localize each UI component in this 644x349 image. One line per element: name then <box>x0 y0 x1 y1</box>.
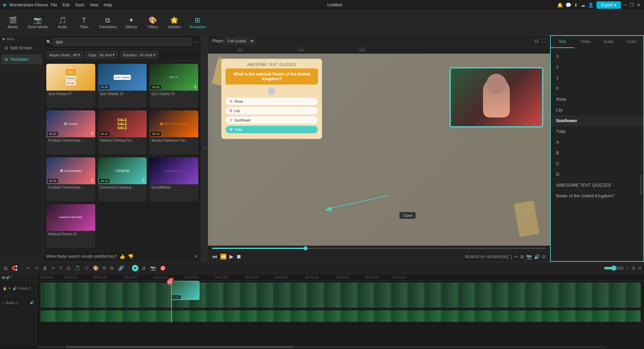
timeline-crop-icon[interactable]: ⊟ <box>65 264 71 272</box>
template-card-football-2[interactable]: ⚽ Commentary 00:20 ⬇ Football Commentary… <box>46 157 95 201</box>
quality-select[interactable]: Full Quality <box>223 37 255 45</box>
text-item-3[interactable]: 3 <box>551 51 643 62</box>
timeline-text-icon[interactable]: T <box>58 264 63 272</box>
fullscreen-icon[interactable]: ⛶ <box>541 38 546 44</box>
download-icon-football-2[interactable]: ⬇ <box>91 178 94 183</box>
grid-view-icon[interactable]: ⊟ <box>638 266 641 270</box>
download-icon-quiz-02[interactable]: ⬇ <box>194 85 197 89</box>
zoom-out-icon[interactable]: － <box>598 265 602 271</box>
timeline-copy-icon[interactable]: ⊕ <box>109 264 115 272</box>
timeline-redo-icon[interactable]: ↪ <box>34 264 40 272</box>
menu-file[interactable]: File <box>51 3 57 7</box>
text-item-d[interactable]: D <box>551 169 643 180</box>
skip-back-button[interactable]: ⏮ <box>212 254 217 260</box>
add-video-track-icon[interactable]: 📹 <box>1 276 5 279</box>
text-item-2[interactable]: 2 <box>551 62 643 72</box>
menu-help[interactable]: Help <box>104 3 112 7</box>
tool-templates[interactable]: ⊞ Templates <box>186 14 209 31</box>
settings-icon[interactable]: ⚙ <box>542 254 546 259</box>
tab-video[interactable]: Video <box>574 36 597 48</box>
tab-audio[interactable]: Audio <box>597 36 620 48</box>
clips-filter[interactable]: Clips : No limit ▾ <box>85 51 118 59</box>
like-button[interactable]: 👍 <box>119 254 125 259</box>
tool-stickers[interactable]: 🌟 Stickers <box>164 14 184 31</box>
timeline-transition-icon[interactable]: ⧉ <box>102 264 107 272</box>
highlighted-clip[interactable]: 5.00s <box>171 281 200 300</box>
record-button[interactable]: ● <box>132 265 139 271</box>
tool-filters[interactable]: 🎨 Filters <box>143 14 163 31</box>
template-card-clothing[interactable]: SALESALESALE 00:21 Fashion Clothing Pro.… <box>98 110 147 154</box>
snapshot-icon[interactable]: 📷 <box>526 254 532 259</box>
timeline-delete-icon[interactable]: 🗑 <box>42 264 48 272</box>
text-item-awesome[interactable]: AWESOME TEXT QUIZZES <box>551 180 643 191</box>
progress-thumb[interactable] <box>304 246 308 250</box>
tool-media[interactable]: 🎬 Media <box>3 14 23 31</box>
lock-video-icon[interactable]: 🔒 <box>3 287 7 290</box>
download-icon-camping[interactable]: ⬇ <box>142 178 145 183</box>
bracket-right-icon[interactable]: } <box>511 254 512 259</box>
tool-stock-media[interactable]: 📷 Stock Media <box>24 14 51 31</box>
play-button[interactable]: ▶ <box>229 253 233 260</box>
tab-color[interactable]: Color <box>620 36 643 48</box>
clip-icon[interactable]: ✂ <box>514 254 518 259</box>
cloud-icon[interactable]: ☁ <box>581 2 585 8</box>
restore-button[interactable]: ❐ <box>630 2 634 8</box>
download-icon-football-1[interactable]: ⬇ <box>91 131 94 136</box>
tool-audio[interactable]: 🎵 Audio <box>53 14 73 31</box>
text-item-tulip[interactable]: Tulip <box>551 126 643 137</box>
duration-filter[interactable]: Duration : No limit ▾ <box>120 51 158 59</box>
timeline-audio-icon[interactable]: 🎵 <box>73 264 81 272</box>
timeline-magnet-icon[interactable]: 🧲 <box>11 264 18 272</box>
playhead[interactable] <box>171 281 172 309</box>
download-icon[interactable]: ⬇ <box>574 2 578 8</box>
template-card-quest[interactable]: QuestMaster QuestMaster <box>149 157 198 201</box>
timeline-add-track-icon[interactable]: ⊞ <box>3 264 9 272</box>
tool-transitions[interactable]: ⧉ Transitions <box>96 14 120 31</box>
close-button[interactable]: ✕ <box>637 2 641 8</box>
bracket-left-icon[interactable]: { <box>507 254 509 259</box>
text-item-1[interactable]: 1 <box>551 72 643 83</box>
text-item-sunflower[interactable]: Sunflower <box>551 115 643 126</box>
timeline-color-icon[interactable]: 🎨 <box>92 264 100 272</box>
timeline-webcam-icon[interactable]: 📷 <box>149 264 157 272</box>
zoom-in-icon[interactable]: ＋ <box>625 265 629 271</box>
fit-timeline-icon[interactable]: ⊞ <box>632 266 635 270</box>
template-card-camping[interactable]: Camping 00:14 ⬇ Enchanting Camping ... <box>98 157 147 201</box>
account-icon[interactable]: 👤 <box>588 2 594 8</box>
timeline-undo-icon[interactable]: ↩ <box>25 264 32 272</box>
text-item-0[interactable]: 0 <box>551 83 643 94</box>
minimize-button[interactable]: ─ <box>624 2 627 8</box>
fit-icon[interactable]: ⊠ <box>520 254 524 259</box>
audio-mute-icon[interactable]: 🔊 <box>30 301 34 304</box>
template-card-quiz-07[interactable]: Quiz A Rose B Lily Quiz Display 07 <box>46 64 95 108</box>
timeline-ai-icon[interactable]: 🎯 <box>159 264 167 272</box>
more-options-icon[interactable]: ⋯ <box>193 39 198 45</box>
dislike-button[interactable]: 👎 <box>128 254 133 259</box>
template-card-football-1[interactable]: ⚽ Football 00:20 ⬇ Football Commentary..… <box>46 110 95 154</box>
stop-button[interactable]: ⏹ <box>236 254 241 260</box>
menu-view[interactable]: View <box>90 3 98 7</box>
text-item-rose[interactable]: Rose <box>551 94 643 105</box>
close-feedback-button[interactable]: ✕ <box>194 254 198 259</box>
tool-titles[interactable]: T Titles <box>74 14 94 31</box>
text-item-b[interactable]: B <box>551 148 643 158</box>
sidebar-split-screen[interactable]: ⊟ Split Screen <box>1 43 42 53</box>
template-card-quiz-02[interactable]: Quiz 02 00:05 ⬇ Quiz Display 02 <box>149 64 198 108</box>
timeline-speed-icon[interactable]: ⏱ <box>83 264 90 272</box>
timeline-cut-icon[interactable]: ✂ <box>50 264 56 272</box>
add-text-track-icon[interactable]: T <box>11 276 13 279</box>
scrollbar-track[interactable] <box>37 346 607 348</box>
timeline-link-icon[interactable]: 🔗 <box>117 264 125 272</box>
progress-bar[interactable] <box>212 248 546 249</box>
timeline-screen-icon[interactable]: 🖥 <box>141 264 147 272</box>
tracks-scroll-area[interactable]: 00:00:00 00:00:10 00:00:20 00:01:05 00:0… <box>37 274 644 345</box>
template-card-quiz-19[interactable]: Quiz Display 00:05 Quiz Display 19 <box>98 64 147 108</box>
mine-section[interactable]: ▶ Mine <box>0 35 43 42</box>
eye-video-icon[interactable]: 👁 <box>8 287 11 290</box>
panel-collapse-button[interactable]: ‹ <box>201 35 208 262</box>
text-item-c[interactable]: C <box>551 158 643 169</box>
sidebar-templates[interactable]: ⊞ Templates <box>1 54 42 64</box>
template-card-makeup[interactable]: MAKEUP REVIEW Makeup Review 01 <box>46 204 95 248</box>
scrollbar-handle[interactable] <box>65 346 293 348</box>
split-view-icon[interactable]: ⊟ <box>535 38 539 44</box>
